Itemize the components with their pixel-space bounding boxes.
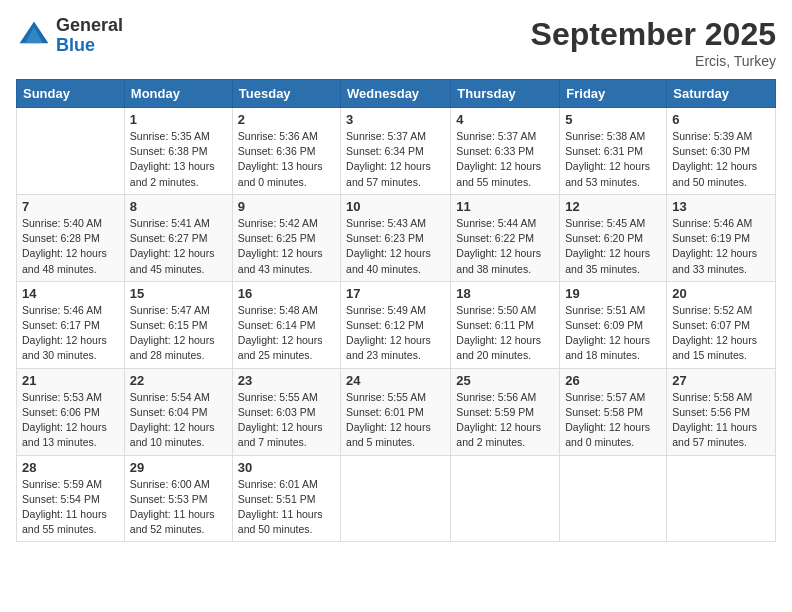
day-info: Sunrise: 5:40 AMSunset: 6:28 PMDaylight:… (22, 216, 119, 277)
calendar-cell: 21Sunrise: 5:53 AMSunset: 6:06 PMDayligh… (17, 368, 125, 455)
calendar-cell: 10Sunrise: 5:43 AMSunset: 6:23 PMDayligh… (341, 194, 451, 281)
day-number: 19 (565, 286, 661, 301)
col-header-tuesday: Tuesday (232, 80, 340, 108)
day-info: Sunrise: 5:57 AMSunset: 5:58 PMDaylight:… (565, 390, 661, 451)
logo-text: General Blue (56, 16, 123, 56)
calendar-cell: 5Sunrise: 5:38 AMSunset: 6:31 PMDaylight… (560, 108, 667, 195)
calendar-cell: 27Sunrise: 5:58 AMSunset: 5:56 PMDayligh… (667, 368, 776, 455)
calendar-table: SundayMondayTuesdayWednesdayThursdayFrid… (16, 79, 776, 542)
logo: General Blue (16, 16, 123, 56)
title-block: September 2025 Ercis, Turkey (531, 16, 776, 69)
day-number: 21 (22, 373, 119, 388)
calendar-cell: 28Sunrise: 5:59 AMSunset: 5:54 PMDayligh… (17, 455, 125, 542)
day-number: 15 (130, 286, 227, 301)
logo-general: General (56, 16, 123, 36)
day-number: 14 (22, 286, 119, 301)
day-info: Sunrise: 5:48 AMSunset: 6:14 PMDaylight:… (238, 303, 335, 364)
day-info: Sunrise: 5:37 AMSunset: 6:34 PMDaylight:… (346, 129, 445, 190)
day-info: Sunrise: 5:49 AMSunset: 6:12 PMDaylight:… (346, 303, 445, 364)
calendar-cell: 29Sunrise: 6:00 AMSunset: 5:53 PMDayligh… (124, 455, 232, 542)
calendar-cell: 7Sunrise: 5:40 AMSunset: 6:28 PMDaylight… (17, 194, 125, 281)
day-number: 7 (22, 199, 119, 214)
calendar-cell: 3Sunrise: 5:37 AMSunset: 6:34 PMDaylight… (341, 108, 451, 195)
day-number: 25 (456, 373, 554, 388)
day-info: Sunrise: 5:47 AMSunset: 6:15 PMDaylight:… (130, 303, 227, 364)
day-info: Sunrise: 5:59 AMSunset: 5:54 PMDaylight:… (22, 477, 119, 538)
day-info: Sunrise: 5:58 AMSunset: 5:56 PMDaylight:… (672, 390, 770, 451)
calendar-cell: 23Sunrise: 5:55 AMSunset: 6:03 PMDayligh… (232, 368, 340, 455)
day-number: 23 (238, 373, 335, 388)
day-info: Sunrise: 5:51 AMSunset: 6:09 PMDaylight:… (565, 303, 661, 364)
day-number: 26 (565, 373, 661, 388)
day-info: Sunrise: 5:55 AMSunset: 6:01 PMDaylight:… (346, 390, 445, 451)
col-header-sunday: Sunday (17, 80, 125, 108)
day-info: Sunrise: 5:56 AMSunset: 5:59 PMDaylight:… (456, 390, 554, 451)
day-info: Sunrise: 5:55 AMSunset: 6:03 PMDaylight:… (238, 390, 335, 451)
calendar-cell: 16Sunrise: 5:48 AMSunset: 6:14 PMDayligh… (232, 281, 340, 368)
day-info: Sunrise: 5:39 AMSunset: 6:30 PMDaylight:… (672, 129, 770, 190)
day-info: Sunrise: 5:46 AMSunset: 6:17 PMDaylight:… (22, 303, 119, 364)
calendar-header-row: SundayMondayTuesdayWednesdayThursdayFrid… (17, 80, 776, 108)
calendar-cell: 25Sunrise: 5:56 AMSunset: 5:59 PMDayligh… (451, 368, 560, 455)
day-number: 9 (238, 199, 335, 214)
day-number: 24 (346, 373, 445, 388)
calendar-cell: 9Sunrise: 5:42 AMSunset: 6:25 PMDaylight… (232, 194, 340, 281)
calendar-cell: 11Sunrise: 5:44 AMSunset: 6:22 PMDayligh… (451, 194, 560, 281)
calendar-cell: 13Sunrise: 5:46 AMSunset: 6:19 PMDayligh… (667, 194, 776, 281)
col-header-monday: Monday (124, 80, 232, 108)
calendar-cell (17, 108, 125, 195)
calendar-cell: 6Sunrise: 5:39 AMSunset: 6:30 PMDaylight… (667, 108, 776, 195)
calendar-week-row: 14Sunrise: 5:46 AMSunset: 6:17 PMDayligh… (17, 281, 776, 368)
calendar-cell (451, 455, 560, 542)
day-number: 28 (22, 460, 119, 475)
day-info: Sunrise: 5:43 AMSunset: 6:23 PMDaylight:… (346, 216, 445, 277)
day-info: Sunrise: 5:52 AMSunset: 6:07 PMDaylight:… (672, 303, 770, 364)
calendar-cell (667, 455, 776, 542)
calendar-week-row: 21Sunrise: 5:53 AMSunset: 6:06 PMDayligh… (17, 368, 776, 455)
day-info: Sunrise: 5:44 AMSunset: 6:22 PMDaylight:… (456, 216, 554, 277)
calendar-cell: 14Sunrise: 5:46 AMSunset: 6:17 PMDayligh… (17, 281, 125, 368)
calendar-cell: 12Sunrise: 5:45 AMSunset: 6:20 PMDayligh… (560, 194, 667, 281)
day-info: Sunrise: 5:41 AMSunset: 6:27 PMDaylight:… (130, 216, 227, 277)
day-info: Sunrise: 5:36 AMSunset: 6:36 PMDaylight:… (238, 129, 335, 190)
calendar-cell: 20Sunrise: 5:52 AMSunset: 6:07 PMDayligh… (667, 281, 776, 368)
day-info: Sunrise: 5:53 AMSunset: 6:06 PMDaylight:… (22, 390, 119, 451)
page-header: General Blue September 2025 Ercis, Turke… (16, 16, 776, 69)
calendar-cell: 18Sunrise: 5:50 AMSunset: 6:11 PMDayligh… (451, 281, 560, 368)
day-number: 10 (346, 199, 445, 214)
day-info: Sunrise: 5:38 AMSunset: 6:31 PMDaylight:… (565, 129, 661, 190)
day-number: 29 (130, 460, 227, 475)
logo-icon (16, 18, 52, 54)
day-number: 20 (672, 286, 770, 301)
day-number: 13 (672, 199, 770, 214)
calendar-week-row: 7Sunrise: 5:40 AMSunset: 6:28 PMDaylight… (17, 194, 776, 281)
day-number: 22 (130, 373, 227, 388)
day-number: 18 (456, 286, 554, 301)
day-info: Sunrise: 5:37 AMSunset: 6:33 PMDaylight:… (456, 129, 554, 190)
calendar-cell: 19Sunrise: 5:51 AMSunset: 6:09 PMDayligh… (560, 281, 667, 368)
col-header-saturday: Saturday (667, 80, 776, 108)
day-info: Sunrise: 5:46 AMSunset: 6:19 PMDaylight:… (672, 216, 770, 277)
day-number: 2 (238, 112, 335, 127)
calendar-cell (341, 455, 451, 542)
calendar-cell: 17Sunrise: 5:49 AMSunset: 6:12 PMDayligh… (341, 281, 451, 368)
calendar-cell: 30Sunrise: 6:01 AMSunset: 5:51 PMDayligh… (232, 455, 340, 542)
day-number: 5 (565, 112, 661, 127)
day-info: Sunrise: 6:01 AMSunset: 5:51 PMDaylight:… (238, 477, 335, 538)
location: Ercis, Turkey (531, 53, 776, 69)
calendar-cell: 1Sunrise: 5:35 AMSunset: 6:38 PMDaylight… (124, 108, 232, 195)
calendar-week-row: 28Sunrise: 5:59 AMSunset: 5:54 PMDayligh… (17, 455, 776, 542)
col-header-thursday: Thursday (451, 80, 560, 108)
calendar-cell: 15Sunrise: 5:47 AMSunset: 6:15 PMDayligh… (124, 281, 232, 368)
day-info: Sunrise: 5:45 AMSunset: 6:20 PMDaylight:… (565, 216, 661, 277)
day-number: 11 (456, 199, 554, 214)
calendar-cell: 24Sunrise: 5:55 AMSunset: 6:01 PMDayligh… (341, 368, 451, 455)
day-number: 12 (565, 199, 661, 214)
day-info: Sunrise: 5:54 AMSunset: 6:04 PMDaylight:… (130, 390, 227, 451)
day-info: Sunrise: 5:35 AMSunset: 6:38 PMDaylight:… (130, 129, 227, 190)
col-header-friday: Friday (560, 80, 667, 108)
day-number: 8 (130, 199, 227, 214)
month-title: September 2025 (531, 16, 776, 53)
calendar-cell: 2Sunrise: 5:36 AMSunset: 6:36 PMDaylight… (232, 108, 340, 195)
logo-blue: Blue (56, 36, 123, 56)
